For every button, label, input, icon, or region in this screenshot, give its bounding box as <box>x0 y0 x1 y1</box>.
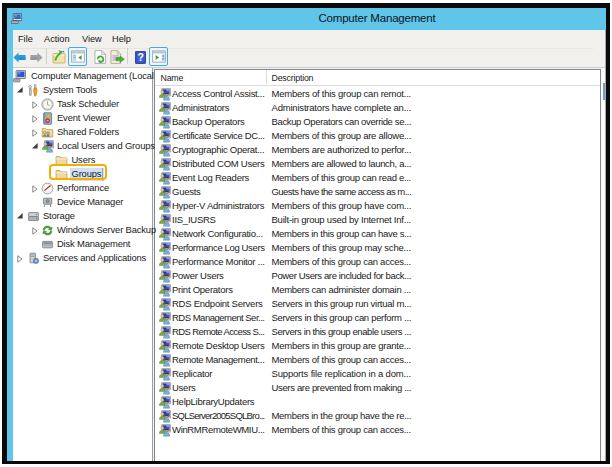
svg-text:?: ? <box>137 51 143 63</box>
